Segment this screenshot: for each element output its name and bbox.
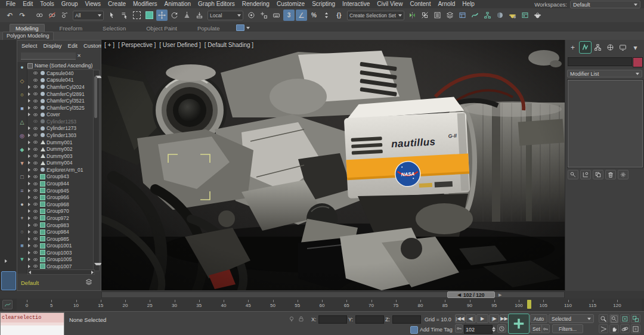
explorer-menu-display[interactable]: Display	[40, 42, 64, 49]
unlink-selection-icon[interactable]	[47, 10, 58, 21]
pan-view-icon[interactable]	[609, 324, 619, 333]
auto-key-button[interactable]: Auto	[530, 314, 547, 323]
spinner-snap-icon[interactable]	[321, 10, 332, 21]
viewport-canvas[interactable]: nautillus G-II NASA	[101, 40, 565, 290]
toggle-scene-explorer-icon[interactable]	[432, 10, 443, 21]
visibility-eye-icon[interactable]	[33, 132, 39, 138]
expand-arrow-icon[interactable]	[28, 196, 32, 199]
sort-filter-icon[interactable]: ▼	[18, 255, 26, 263]
explorer-row[interactable]: Group972	[27, 215, 95, 222]
explorer-row[interactable]: Group968	[27, 201, 95, 208]
viewport-menu-shading[interactable]: [ Default Shading ]	[205, 42, 253, 48]
key-filters-selection-dropdown[interactable]: Selected	[549, 314, 594, 323]
zoom-icon[interactable]	[599, 314, 608, 323]
explorer-row[interactable]: Group1001	[27, 242, 95, 249]
expand-arrow-icon[interactable]	[28, 209, 32, 213]
next-frame-button[interactable]: |▶	[489, 314, 499, 323]
active-layer-label[interactable]: Default	[21, 280, 39, 286]
visibility-eye-icon[interactable]	[33, 84, 39, 89]
rectangular-selection-region-icon[interactable]	[131, 10, 143, 21]
expand-arrow-icon[interactable]	[28, 134, 32, 137]
previous-frame-button[interactable]: ◀|	[466, 314, 476, 323]
time-slider-track[interactable]	[101, 291, 565, 298]
expand-arrow-icon[interactable]	[28, 244, 32, 247]
go-to-start-button[interactable]: |◀◀	[455, 314, 465, 323]
tab-create[interactable]: +	[567, 42, 578, 53]
pin-stack-button[interactable]	[568, 170, 578, 179]
selection-filter-dropdown[interactable]: All	[73, 11, 104, 20]
scroll-left-icon[interactable]	[29, 271, 31, 274]
expand-arrow-icon[interactable]	[28, 189, 32, 193]
menu-views[interactable]: Views	[82, 0, 105, 8]
menu-rendering[interactable]: Rendering	[239, 0, 273, 8]
select-and-rotate-icon[interactable]	[169, 10, 180, 21]
visibility-eye-icon[interactable]	[33, 181, 39, 187]
toggle-layer-explorer-icon[interactable]	[444, 10, 456, 21]
expand-arrow-icon[interactable]	[28, 161, 32, 165]
explorer-row[interactable]: Group966	[27, 194, 95, 201]
bind-to-space-warp-icon[interactable]	[59, 10, 70, 21]
set-keys-button[interactable]	[508, 314, 530, 334]
previous-key-icon[interactable]: ◀	[458, 293, 461, 297]
explorer-row[interactable]: ChamferCyl3525	[27, 104, 95, 111]
window-crossing-toggle-icon[interactable]	[144, 10, 155, 21]
select-object-icon[interactable]	[106, 10, 117, 21]
visibility-eye-icon[interactable]	[33, 160, 39, 166]
explorer-row[interactable]: Cylinder1273	[27, 125, 95, 132]
zoom-extents-all-icon[interactable]	[631, 314, 640, 323]
isolate-selection-toggle-icon[interactable]	[288, 315, 295, 322]
expand-arrow-icon[interactable]	[28, 168, 32, 172]
undo-icon[interactable]: ↶	[4, 10, 16, 21]
angle-snap-icon[interactable]: ∠	[296, 10, 307, 21]
orbit-icon[interactable]	[620, 324, 630, 333]
visibility-eye-icon[interactable]	[33, 263, 39, 269]
play-button[interactable]: ▶	[476, 314, 488, 323]
select-and-manipulate-icon[interactable]	[258, 10, 270, 21]
filter-groups-icon[interactable]: ◆	[18, 145, 26, 153]
menu-arnold[interactable]: Arnold	[434, 0, 459, 8]
filter-selection-icon[interactable]: +	[18, 214, 26, 222]
explorer-row[interactable]: Group944	[27, 180, 95, 187]
render-production-icon[interactable]	[532, 10, 543, 21]
next-key-icon[interactable]: ▶	[499, 293, 501, 297]
workspaces-dropdown[interactable]: Default	[570, 1, 640, 8]
expand-arrow-icon[interactable]	[28, 224, 32, 227]
explorer-row[interactable]: Group985	[27, 235, 95, 243]
visibility-eye-icon[interactable]	[33, 112, 39, 117]
explorer-row[interactable]: ChamferCyl2024	[27, 83, 95, 91]
tab-modify[interactable]	[580, 42, 591, 53]
expand-arrow-icon[interactable]	[28, 147, 32, 151]
selection-set-dropdown[interactable]: Create Selection Set	[347, 11, 404, 20]
menu-civil-view[interactable]: Civil View	[373, 0, 406, 8]
explorer-row[interactable]: ChamferCyl2891	[27, 91, 95, 98]
select-and-scale-icon[interactable]	[181, 10, 193, 21]
coord-field-x[interactable]	[318, 315, 347, 324]
filter-hidden-icon[interactable]: ○	[18, 228, 26, 235]
explorer-row[interactable]: Cylinder1303	[27, 132, 95, 139]
visibility-eye-icon[interactable]	[33, 236, 39, 241]
viewport-menu-general[interactable]: [ + ]	[104, 42, 114, 48]
visibility-eye-icon[interactable]	[33, 257, 39, 262]
explorer-row[interactable]: Dummy003	[27, 153, 95, 160]
tab-utilities[interactable]: ▾	[630, 42, 641, 53]
filter-frozen-icon[interactable]: ■	[18, 241, 26, 249]
filter-helpers-icon[interactable]: △	[18, 118, 26, 126]
menu-group[interactable]: Group	[58, 0, 82, 8]
explorer-vertical-scrollbar[interactable]	[93, 70, 100, 271]
filter-cameras-icon[interactable]: ■	[18, 104, 26, 112]
zoom-extents-icon[interactable]	[620, 314, 630, 323]
add-time-tag-label[interactable]: Add Time Tag	[420, 327, 453, 333]
viewport-menu-pov[interactable]: [ Perspective ]	[118, 42, 156, 48]
expand-arrow-icon[interactable]	[28, 216, 32, 220]
visibility-eye-icon[interactable]	[33, 222, 39, 228]
explorer-row[interactable]: Dummy002	[27, 145, 95, 153]
expand-arrow-icon[interactable]	[28, 154, 32, 158]
filter-lights-icon[interactable]: ○	[18, 91, 26, 98]
expand-arrow-icon[interactable]	[28, 258, 32, 261]
material-editor-icon[interactable]	[494, 10, 506, 21]
menu-file[interactable]: File	[2, 0, 19, 8]
menu-content[interactable]: Content	[406, 0, 434, 8]
explorer-row[interactable]: Group1005	[27, 256, 95, 263]
visibility-eye-icon[interactable]	[33, 91, 39, 97]
explorer-row[interactable]: Dummy001	[27, 139, 95, 146]
